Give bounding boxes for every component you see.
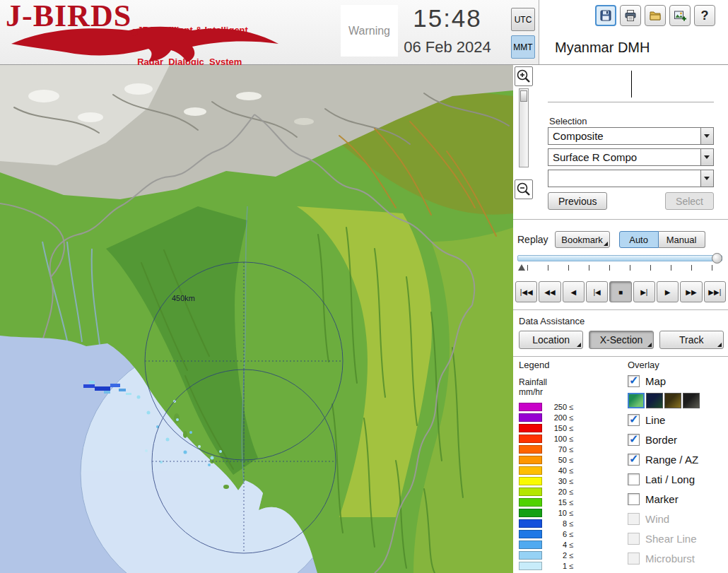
previous-button[interactable]: Previous — [548, 192, 607, 210]
overlay-checkbox[interactable] — [628, 493, 640, 505]
playback-button-step-forward[interactable]: ▶| — [633, 281, 655, 302]
playback-button-jump-to-end[interactable]: ▶▶| — [704, 281, 726, 302]
print-button[interactable] — [620, 5, 641, 26]
dropdown-arrow-button[interactable] — [700, 149, 713, 165]
app-logo: J-BIRDS JRC-Brilliant & Intelligent Rada… — [6, 1, 288, 64]
import-image-icon — [674, 9, 686, 22]
overlay-checkbox[interactable] — [628, 375, 640, 387]
main: 450km — [0, 65, 728, 573]
playback-controls: |◀◀ ◀◀ ◀ |◀ — [515, 281, 726, 302]
clock-date: 06 Feb 2024 — [390, 38, 505, 57]
timeline-track[interactable] — [517, 255, 722, 261]
dropdown-arrow-button[interactable] — [700, 170, 713, 187]
overlay-checkbox[interactable] — [628, 473, 640, 485]
playback-button-jump-to-start[interactable]: |◀◀ — [515, 281, 537, 302]
selection-panel: Selection Composite Surface R Compo — [548, 67, 714, 210]
playback-button-fast-rewind[interactable]: ◀◀ — [539, 281, 560, 302]
print-icon — [624, 9, 637, 22]
radar-map[interactable]: 450km — [0, 65, 513, 573]
import-image-button[interactable] — [669, 5, 691, 26]
zoom-slider[interactable] — [519, 88, 529, 167]
legend-le-symbol: ≤ — [569, 424, 573, 432]
replay-timeline[interactable] — [517, 255, 722, 275]
utc-button[interactable]: UTC — [511, 8, 535, 31]
overlay-item: Wind — [628, 513, 728, 525]
legend-le-symbol: ≤ — [569, 562, 573, 570]
bookmark-button[interactable]: Bookmark — [555, 231, 610, 248]
map-style-swatch-terrain[interactable] — [628, 393, 645, 408]
legend-le-symbol: ≤ — [569, 477, 573, 485]
legend-unit-line2: mm/hr — [519, 388, 619, 398]
help-button[interactable]: ? — [694, 5, 715, 26]
data-assistance-button[interactable]: Location — [519, 331, 583, 349]
overlay-item-map: Map — [628, 375, 728, 387]
legend-color-swatch — [519, 435, 542, 443]
manual-button[interactable]: Manual — [659, 231, 705, 248]
jbirds-app: J-BIRDS JRC-Brilliant & Intelligent Rada… — [0, 0, 728, 573]
legend-le-symbol: ≤ — [569, 498, 573, 507]
playback-button-play[interactable]: ▶ — [657, 281, 679, 302]
data-assistance-button[interactable]: Track — [659, 331, 724, 349]
zoom-out-button[interactable] — [515, 179, 533, 199]
mmt-button[interactable]: MMT — [511, 35, 535, 59]
map-style-swatch-olive[interactable] — [664, 393, 681, 408]
legend-row: 8 ≤ — [519, 519, 619, 529]
map-area: 450km — [0, 65, 513, 573]
playback-glyph: ◀◀ — [544, 288, 555, 296]
playback-glyph: ■ — [618, 288, 623, 296]
selection-label: Selection — [549, 116, 714, 126]
playback-glyph: ▶▶ — [686, 288, 696, 296]
legend-color-swatch — [519, 509, 542, 517]
overlay-checkbox[interactable] — [628, 513, 640, 525]
legend-le-symbol: ≤ — [569, 509, 573, 517]
dropdown-value[interactable]: Composite — [548, 128, 700, 144]
overlay-checkbox[interactable] — [628, 414, 640, 426]
overlay-item: Lati / Long — [628, 473, 728, 485]
legend-panel: Legend Rainfall mm/hr 250 ≤ — [513, 360, 619, 572]
legend-row: 6 ≤ — [519, 529, 619, 540]
overlay-checkbox[interactable] — [628, 533, 640, 545]
overlay-item: Microburst — [628, 553, 728, 565]
legend-color-swatch — [519, 488, 542, 496]
timeline-thumb[interactable] — [712, 253, 722, 264]
legend-color-swatch — [519, 413, 542, 422]
playback-glyph: |◀◀ — [520, 288, 533, 296]
auto-button[interactable]: Auto — [619, 231, 659, 248]
legend-row: 70 ≤ — [519, 444, 619, 455]
info-display[interactable] — [548, 67, 714, 102]
map-style-swatch-gray[interactable] — [683, 393, 700, 408]
playback-glyph: ▶ — [665, 288, 671, 296]
legend-color-swatch — [519, 456, 542, 464]
selection-buttons: Previous Select — [548, 192, 714, 210]
zoom-in-icon — [516, 69, 532, 84]
map-style-swatches — [628, 393, 728, 408]
data-assistance-button[interactable]: X-Section — [589, 331, 653, 349]
overlay-checkbox[interactable] — [628, 553, 640, 565]
replay-panel: Replay Bookmark Auto Manual |◀◀ — [513, 231, 728, 302]
zoom-in-button[interactable] — [515, 66, 533, 86]
playback-button-play-reverse[interactable]: ◀ — [563, 281, 585, 302]
select-button[interactable]: Select — [665, 192, 714, 210]
replay-label: Replay — [517, 234, 548, 245]
warning-label: Warning — [348, 25, 390, 37]
playback-button-step-back[interactable]: |◀ — [586, 281, 608, 302]
map-style-swatch-dark-blue[interactable] — [646, 393, 663, 408]
timeline-start-marker — [518, 264, 525, 271]
legend-value: 100 — [548, 435, 567, 443]
dropdown-arrow-button[interactable] — [700, 128, 713, 144]
legend-unit-line1: Rainfall — [519, 378, 619, 388]
dropdown-value[interactable] — [548, 170, 700, 187]
overlay-checkbox[interactable] — [628, 434, 640, 446]
playback-button-stop[interactable]: ■ — [609, 281, 631, 302]
legend-color-swatch — [519, 530, 542, 538]
zoom-slider-thumb[interactable] — [520, 90, 527, 102]
open-folder-button[interactable] — [645, 5, 666, 26]
range-ring-label: 450km — [172, 294, 195, 302]
dropdown-value[interactable]: Surface R Compo — [548, 149, 700, 165]
playback-button-fast-forward[interactable]: ▶▶ — [680, 281, 702, 302]
legend-value: 70 — [548, 445, 567, 454]
legend-le-symbol: ≤ — [569, 519, 573, 528]
overlay-checkbox[interactable] — [628, 454, 640, 466]
save-button[interactable] — [595, 5, 616, 26]
data-assistance-buttons: Location X-Section Track — [519, 331, 724, 349]
